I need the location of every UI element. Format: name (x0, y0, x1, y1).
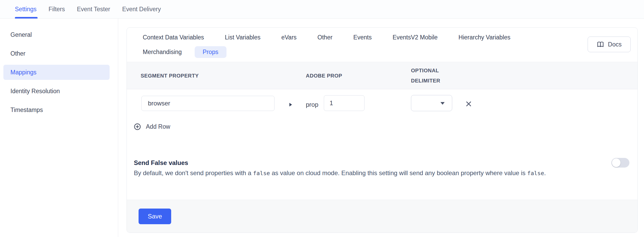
sidebar-item-other[interactable]: Other (3, 46, 110, 61)
add-row-label: Add Row (146, 123, 170, 130)
tab-other-variables[interactable]: Other (318, 34, 333, 41)
column-header-segment-property: SEGMENT PROPERTY (141, 70, 199, 81)
tab-event-tester[interactable]: Event Tester (77, 0, 110, 19)
docs-button-label: Docs (608, 41, 622, 48)
sidebar-item-timestamps[interactable]: Timestamps (3, 102, 110, 117)
destination-settings-screen: Settings Filters Event Tester Event Deli… (0, 0, 644, 237)
close-icon (465, 100, 472, 107)
arrow-right-icon (289, 103, 292, 106)
tab-eventsv2-mobile[interactable]: EventsV2 Mobile (392, 34, 438, 41)
send-false-values-section: Send False values By default, we don't s… (134, 158, 604, 178)
card-footer: Save (127, 200, 637, 233)
send-false-values-toggle[interactable] (611, 158, 629, 168)
optional-delimiter-select[interactable] (411, 95, 452, 111)
mapping-tabs-row-2: Merchandising Props (143, 45, 510, 59)
column-header-optional-delimiter: OPTIONAL DELIMITER (411, 66, 455, 86)
send-false-values-title: Send False values (134, 158, 604, 168)
caret-down-icon (440, 102, 445, 105)
book-icon (597, 41, 604, 48)
send-false-values-description: By default, we don't send properties wit… (134, 168, 589, 178)
mapping-type-tabs: Context Data Variables List Variables eV… (143, 30, 510, 59)
mapping-table-header: SEGMENT PROPERTY ADOBE PROP OPTIONAL DEL… (127, 62, 637, 89)
sidebar-item-mappings[interactable]: Mappings (3, 65, 110, 80)
top-nav: Settings Filters Event Tester Event Deli… (0, 0, 644, 19)
settings-sidebar: General Other Mappings Identity Resoluti… (0, 19, 118, 237)
tab-settings[interactable]: Settings (15, 0, 37, 19)
tab-hierarchy-variables[interactable]: Hierarchy Variables (458, 34, 510, 41)
remove-row-button[interactable] (465, 100, 472, 107)
adobe-prop-number-input[interactable] (324, 95, 365, 111)
mapping-tabs-row-1: Context Data Variables List Variables eV… (143, 30, 510, 45)
tab-events[interactable]: Events (353, 34, 372, 41)
segment-property-input[interactable] (141, 96, 275, 111)
tab-event-delivery[interactable]: Event Delivery (122, 0, 161, 19)
toggle-knob (612, 158, 621, 167)
tab-filters[interactable]: Filters (49, 0, 65, 19)
circle-plus-icon (134, 123, 141, 130)
column-header-adobe-prop: ADOBE PROP (306, 70, 342, 81)
mappings-card: Context Data Variables List Variables eV… (127, 27, 638, 233)
adobe-prop-prefix-label: prop (306, 101, 318, 108)
tab-merchandising[interactable]: Merchandising (143, 49, 182, 56)
sidebar-item-identity-resolution[interactable]: Identity Resolution (3, 84, 110, 99)
tab-props[interactable]: Props (195, 46, 226, 58)
tab-list-variables[interactable]: List Variables (225, 34, 260, 41)
add-row-button[interactable]: Add Row (134, 123, 170, 130)
save-button[interactable]: Save (139, 209, 171, 224)
docs-button[interactable]: Docs (588, 37, 631, 52)
tab-evars[interactable]: eVars (281, 34, 296, 41)
sidebar-item-general[interactable]: General (3, 27, 110, 42)
tab-context-data-variables[interactable]: Context Data Variables (143, 34, 204, 41)
